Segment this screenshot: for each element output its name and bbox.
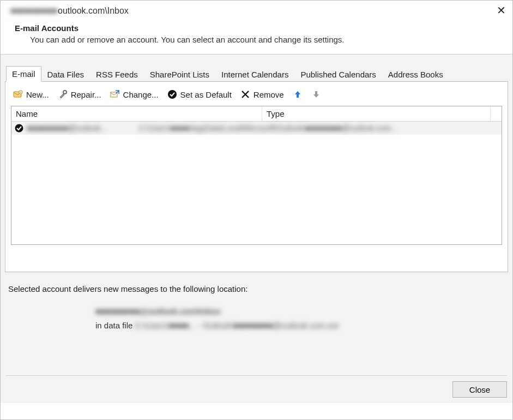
repair-button-label: Repair...	[71, 90, 101, 99]
check-circle-icon	[167, 89, 177, 99]
tab-published-calendars[interactable]: Published Calendars	[294, 67, 382, 82]
window-title-path: outlook.com\Inbox	[58, 6, 129, 16]
remove-x-icon	[240, 89, 250, 99]
accounts-toolbar: ✶ New... Repair... Change... S	[11, 88, 502, 106]
account-type-cell: C:\Users\■■■■\AppData\Local\Microsoft\Ou…	[139, 124, 498, 133]
new-button-label: New...	[26, 90, 49, 99]
column-header-spacer	[491, 106, 502, 121]
tab-internet-calendars[interactable]: Internet Calendars	[215, 67, 294, 82]
delivery-location-line: ■■■■■■■■■@outlook.com\Inbox	[95, 307, 221, 316]
section-title: E-mail Accounts	[15, 23, 503, 33]
move-down-button[interactable]	[311, 89, 321, 99]
window-title: ■■■■■■■■■ outlook.com\Inbox	[10, 6, 503, 16]
change-icon	[110, 89, 120, 99]
tabs-row: E-mail Data Files RSS Feeds SharePoint L…	[5, 55, 508, 81]
new-mail-icon: ✶	[13, 89, 23, 99]
change-button[interactable]: Change...	[110, 89, 159, 99]
main-panel: E-mail Data Files RSS Feeds SharePoint L…	[1, 54, 512, 403]
delivery-block: Selected account delivers new messages t…	[5, 284, 508, 333]
dialog-header: ✕ ■■■■■■■■■ outlook.com\Inbox E-mail Acc…	[1, 1, 512, 54]
delivery-title: Selected account delivers new messages t…	[8, 284, 508, 293]
arrow-up-icon	[293, 89, 303, 99]
default-account-check-icon	[15, 124, 23, 133]
move-up-button[interactable]	[293, 89, 303, 99]
change-button-label: Change...	[123, 90, 159, 99]
tab-data-files[interactable]: Data Files	[41, 67, 90, 82]
set-default-button[interactable]: Set as Default	[167, 89, 232, 99]
account-name-cell: ■■■■■■■■■@outlook...	[27, 124, 136, 133]
repair-button[interactable]: Repair...	[58, 89, 101, 99]
window-title-account: ■■■■■■■■■	[10, 6, 58, 16]
tab-email[interactable]: E-mail	[6, 66, 41, 82]
section-subtitle: You can add or remove an account. You ca…	[30, 35, 503, 44]
tab-pane-email: ✶ New... Repair... Change... S	[5, 81, 508, 272]
arrow-down-icon	[311, 89, 321, 99]
close-icon[interactable]: ✕	[497, 4, 506, 17]
delivery-datafile-path: C:\Users\■■■■... - Outlook\■■■■■■■■@outl…	[135, 321, 339, 330]
repair-icon	[58, 89, 68, 99]
set-default-button-label: Set as Default	[180, 90, 232, 99]
dialog-footer: Close	[6, 375, 507, 398]
remove-button[interactable]: Remove	[240, 89, 284, 99]
grid-header: Name Type	[11, 106, 502, 122]
column-header-name[interactable]: Name	[11, 106, 262, 121]
tab-address-books[interactable]: Address Books	[382, 67, 449, 82]
remove-button-label: Remove	[254, 90, 284, 99]
svg-text:✶: ✶	[20, 91, 22, 94]
delivery-datafile-prefix: in data file	[95, 321, 132, 330]
svg-point-6	[15, 124, 23, 133]
svg-point-3	[63, 91, 67, 94]
column-header-type[interactable]: Type	[262, 106, 491, 121]
svg-point-5	[168, 90, 177, 99]
close-button[interactable]: Close	[452, 381, 507, 398]
tab-sharepoint-lists[interactable]: SharePoint Lists	[144, 67, 215, 82]
accounts-grid: Name Type ■■■■■■■■■@outlook... C:\Users\…	[11, 106, 502, 245]
tab-rss-feeds[interactable]: RSS Feeds	[90, 67, 144, 82]
new-button[interactable]: ✶ New...	[13, 89, 49, 99]
table-row[interactable]: ■■■■■■■■■@outlook... C:\Users\■■■■\AppDa…	[11, 122, 502, 135]
